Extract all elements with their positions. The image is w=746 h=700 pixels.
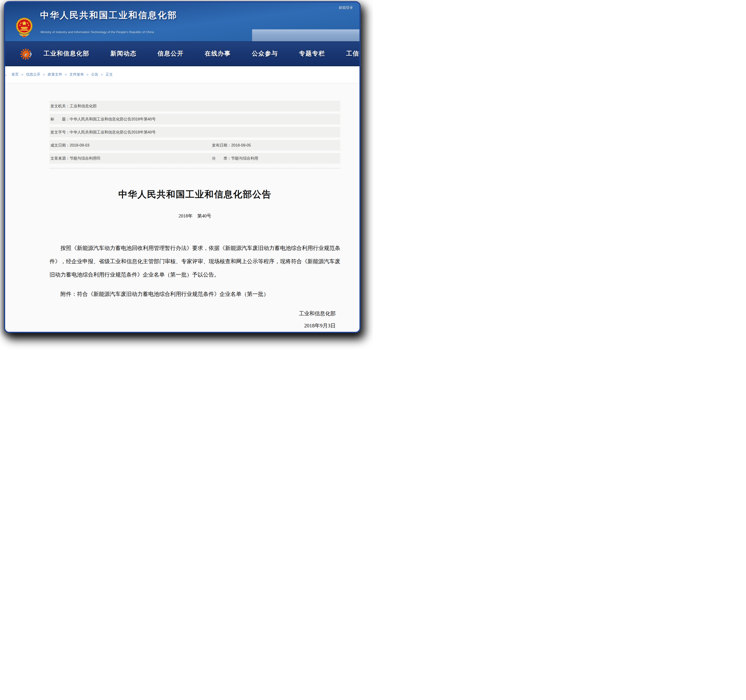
- breadcrumb-document-release[interactable]: 文件发布: [69, 72, 84, 77]
- nav-items: 工业和信息化部 新闻动态 信息公开 在线办事 公众参与 专题专栏 工信数据: [44, 42, 361, 66]
- national-emblem-icon: [16, 15, 33, 40]
- announcement-title: 中华人民共和国工业和信息化部公告: [50, 188, 340, 201]
- site-subtitle: Ministry of Industry and Information Tec…: [41, 30, 154, 34]
- header-search-input[interactable]: [252, 29, 360, 42]
- breadcrumb-home[interactable]: 首页: [11, 72, 19, 77]
- nav-item-public-participation[interactable]: 公众参与: [252, 50, 278, 58]
- page-card: 邮箱登录 中华人民共和国工业和信息化部 Ministry of Industry…: [4, 1, 361, 333]
- meta-value: 中华人民共和国工业和信息化部公告2018年第40号: [70, 117, 156, 122]
- meta-value: 工业和信息化部: [70, 104, 97, 109]
- signature-date: 2018年9月3日: [50, 320, 335, 332]
- meta-row-title: 标 题： 中华人民共和国工业和信息化部公告2018年第40号: [50, 114, 340, 125]
- nav-item-miit[interactable]: 工业和信息化部: [44, 50, 89, 58]
- site-header: 邮箱登录 中华人民共和国工业和信息化部 Ministry of Industry…: [5, 2, 359, 41]
- breadcrumb-announcements[interactable]: 公告: [91, 72, 98, 77]
- nav-item-miit-data[interactable]: 工信数据: [346, 50, 361, 58]
- meta-label: 标 题：: [50, 117, 70, 122]
- meta-value: 2018-09-03: [70, 143, 89, 147]
- breadcrumb-info-disclosure[interactable]: 信息公开: [26, 72, 41, 77]
- breadcrumb-separator: >: [43, 72, 45, 77]
- svg-text:e: e: [24, 51, 27, 58]
- breadcrumb-separator: >: [86, 72, 89, 77]
- nav-item-news[interactable]: 新闻动态: [110, 50, 137, 58]
- breadcrumb-separator: >: [21, 72, 23, 77]
- meta-value: 节能与综合利用: [231, 156, 259, 161]
- document-meta-table: 发文机关： 工业和信息化部 标 题： 中华人民共和国工业和信息化部公告2018年…: [50, 101, 340, 164]
- meta-row-issuing-agency: 发文机关： 工业和信息化部: [50, 101, 340, 111]
- article-content: 发文机关： 工业和信息化部 标 题： 中华人民共和国工业和信息化部公告2018年…: [5, 101, 359, 333]
- nav-item-info-disclosure[interactable]: 信息公开: [158, 50, 184, 58]
- meta-row-document-number: 发文字号： 中华人民共和国工业和信息化部公告2018年第40号: [50, 127, 340, 137]
- meta-row-source-category: 文章来源： 节能与综合利用司 分 类： 节能与综合利用: [50, 153, 340, 164]
- miit-gear-logo-icon: e: [20, 48, 33, 61]
- breadcrumb-current-page: 正文: [105, 72, 113, 77]
- announcement-attachment-line: 附件：符合《新能源汽车废旧动力蓄电池综合利用行业规范条件》企业名单（第一批）: [50, 290, 340, 298]
- meta-label: 发文字号：: [50, 130, 70, 135]
- meta-value: 节能与综合利用司: [70, 156, 101, 161]
- site-title: 中华人民共和国工业和信息化部: [40, 9, 177, 21]
- breadcrumb-separator: >: [101, 72, 103, 77]
- meta-label: 文章来源：: [50, 156, 70, 161]
- meta-value: 2018-09-05: [231, 143, 251, 147]
- breadcrumb-separator: >: [65, 72, 67, 77]
- meta-row-dates: 成文日期： 2018-09-03 发布日期： 2018-09-05: [50, 140, 340, 150]
- dotted-divider: [50, 166, 340, 168]
- breadcrumb-arrow-icon: →: [4, 72, 9, 77]
- announcement-issue-number: 2018年 第40号: [50, 213, 340, 219]
- meta-value: 中华人民共和国工业和信息化部公告2018年第40号: [70, 130, 156, 135]
- mailbox-login-link[interactable]: 邮箱登录: [339, 6, 353, 10]
- announcement-body-paragraph: 按照《新能源汽车动力蓄电池回收利用管理暂行办法》要求，依据《新能源汽车废旧动力蓄…: [50, 242, 340, 281]
- nav-item-special-topics[interactable]: 专题专栏: [299, 50, 325, 58]
- breadcrumb-policy-documents[interactable]: 政策文件: [48, 72, 62, 77]
- meta-label: 成文日期：: [50, 143, 70, 148]
- breadcrumb: → 首页 > 信息公开 > 政策文件 > 文件发布 > 公告 > 正文: [5, 66, 359, 83]
- nav-item-online-services[interactable]: 在线办事: [205, 50, 231, 58]
- meta-label: 分 类：: [212, 156, 231, 161]
- meta-label: 发布日期：: [212, 143, 231, 148]
- main-nav: e 工业和信息化部 新闻动态 信息公开 在线办事 公众参与 专题专栏 工信数据: [5, 41, 359, 66]
- meta-label: 发文机关：: [50, 104, 70, 109]
- signature-agency: 工业和信息化部: [50, 308, 335, 320]
- announcement-signature-block: 工业和信息化部 2018年9月3日: [50, 308, 340, 332]
